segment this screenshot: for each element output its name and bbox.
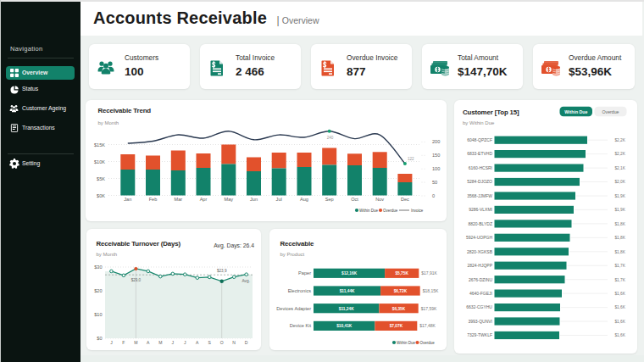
svg-text:by Within Due: by Within Due	[463, 120, 495, 125]
svg-text:Overdue: Overdue	[420, 341, 436, 345]
svg-text:Paper: Paper	[298, 270, 311, 276]
svg-text:$6,72K: $6,72K	[394, 289, 408, 293]
svg-text:M: M	[158, 340, 162, 345]
svg-text:J: J	[110, 340, 113, 345]
svg-text:$11,44K: $11,44K	[340, 289, 355, 293]
svg-text:Jan: Jan	[124, 197, 131, 202]
svg-text:$17,91K: $17,91K	[421, 270, 437, 276]
svg-text:2820-XGKSB: 2820-XGKSB	[467, 249, 493, 254]
svg-text:Oct: Oct	[351, 197, 358, 202]
svg-text:$2,0K: $2,0K	[614, 180, 625, 184]
svg-text:Jul: Jul	[276, 197, 282, 202]
svg-text:6048-QPZCF: 6048-QPZCF	[467, 137, 492, 142]
svg-text:May: May	[225, 197, 234, 202]
svg-text:$17,48K: $17,48K	[419, 323, 436, 328]
svg-text:122: 122	[408, 157, 414, 161]
svg-text:$30: $30	[94, 265, 102, 270]
svg-text:$2,2K: $2,2K	[614, 152, 625, 156]
svg-text:Sep: Sep	[325, 197, 334, 202]
svg-text:Within Due: Within Due	[359, 209, 379, 213]
svg-text:Devices Adapter: Devices Adapter	[276, 306, 311, 311]
svg-text:4640-FGEJI: 4640-FGEJI	[469, 291, 492, 296]
svg-text:Mar: Mar	[174, 197, 182, 202]
svg-text:M: M	[134, 340, 137, 345]
svg-text:N: N	[232, 340, 236, 345]
svg-text:$20: $20	[94, 288, 102, 293]
svg-text:$10: $10	[94, 312, 102, 317]
svg-text:$1,6K: $1,6K	[614, 333, 625, 337]
svg-text:Receivable Trend: Receivable Trend	[98, 107, 152, 114]
svg-text:Avg.: Avg.	[242, 279, 250, 283]
svg-text:$0K: $0K	[97, 193, 105, 198]
svg-text:Invoice: Invoice	[411, 209, 424, 213]
svg-text:$18,15K: $18,15K	[423, 288, 439, 293]
svg-text:$1,9K: $1,9K	[614, 208, 625, 212]
svg-text:J: J	[184, 340, 186, 345]
svg-text:Receivable: Receivable	[280, 240, 314, 248]
svg-text:Feb: Feb	[149, 197, 158, 202]
svg-text:Apr: Apr	[200, 197, 208, 202]
svg-text:Customer [Top 15]: Customer [Top 15]	[463, 109, 519, 116]
svg-text:J: J	[172, 340, 175, 345]
svg-text:Device Kit: Device Kit	[290, 323, 312, 328]
svg-text:Within Due: Within Due	[564, 109, 587, 114]
svg-text:240: 240	[327, 136, 334, 140]
svg-text:Electronics: Electronics	[288, 288, 312, 293]
svg-text:$11,24K: $11,24K	[339, 307, 354, 311]
svg-text:8820-BLYDZ: 8820-BLYDZ	[468, 221, 492, 226]
svg-text:50: 50	[432, 180, 437, 185]
svg-text:Aug: Aug	[300, 197, 308, 202]
svg-text:by Month: by Month	[98, 120, 119, 125]
svg-text:$1,6K: $1,6K	[614, 292, 625, 296]
svg-text:$23,9: $23,9	[217, 269, 227, 273]
svg-text:by Product: by Product	[280, 252, 305, 257]
svg-text:5924-UOPGH: 5924-UOPGH	[466, 235, 493, 240]
svg-text:S: S	[208, 340, 211, 345]
svg-text:A: A	[147, 340, 150, 345]
svg-text:by Month: by Month	[97, 252, 118, 257]
svg-text:0: 0	[432, 193, 435, 198]
svg-text:6632-CGYHU: 6632-CGYHU	[466, 304, 492, 309]
svg-text:Receivable Turnover (Days): Receivable Turnover (Days)	[97, 240, 181, 248]
svg-text:$2,2K: $2,2K	[614, 138, 625, 142]
svg-text:6833-ETVHD: 6833-ETVHD	[467, 151, 492, 156]
svg-text:150: 150	[432, 153, 440, 158]
svg-text:$0: $0	[97, 336, 102, 341]
svg-text:Within Due: Within Due	[397, 341, 416, 345]
svg-text:$5K: $5K	[97, 176, 105, 181]
svg-text:$7,07K: $7,07K	[390, 324, 403, 328]
svg-text:$1,6K: $1,6K	[614, 305, 625, 309]
svg-text:6160-HCSRI: 6160-HCSRI	[469, 165, 492, 170]
svg-text:$1,9K: $1,9K	[614, 194, 625, 198]
svg-text:$17,59K: $17,59K	[421, 306, 437, 311]
svg-text:Nov: Nov	[375, 197, 384, 202]
svg-text:9286-VLXMI: 9286-VLXMI	[469, 207, 492, 212]
svg-text:$10,41K: $10,41K	[336, 324, 353, 328]
svg-text:$1,7K: $1,7K	[614, 278, 625, 282]
svg-text:$2,1K: $2,1K	[614, 166, 625, 170]
svg-text:2676-DZINU: 2676-DZINU	[469, 277, 492, 282]
svg-text:O: O	[220, 340, 224, 345]
svg-text:7329-TWKLF: 7329-TWKLF	[467, 332, 492, 337]
svg-text:3568-JJMFW: 3568-JJMFW	[467, 193, 492, 198]
svg-text:A: A	[196, 340, 199, 345]
svg-text:$5,75K: $5,75K	[395, 271, 408, 276]
svg-text:3993-QUNVI: 3993-QUNVI	[468, 319, 492, 324]
svg-text:D: D	[245, 340, 248, 345]
svg-text:5284-DJOZO: 5284-DJOZO	[467, 179, 492, 184]
svg-text:$12,16K: $12,16K	[341, 271, 358, 276]
svg-text:$1,8K: $1,8K	[614, 250, 625, 254]
svg-text:$29,0: $29,0	[131, 278, 142, 282]
svg-text:Overdue: Overdue	[383, 209, 398, 213]
svg-text:$1,6K: $1,6K	[614, 320, 625, 324]
svg-text:$15K: $15K	[94, 142, 105, 148]
svg-text:200: 200	[432, 139, 440, 144]
svg-text:$6,35K: $6,35K	[392, 307, 406, 311]
svg-text:2824-HJQPP: 2824-HJQPP	[468, 263, 493, 268]
svg-text:$1,7K: $1,7K	[614, 264, 625, 268]
svg-text:$1,8K: $1,8K	[614, 222, 625, 226]
svg-text:100: 100	[432, 166, 440, 171]
svg-text:$1,8K: $1,8K	[614, 236, 625, 240]
svg-text:Jun: Jun	[250, 197, 258, 202]
svg-text:Dec: Dec	[401, 197, 409, 202]
